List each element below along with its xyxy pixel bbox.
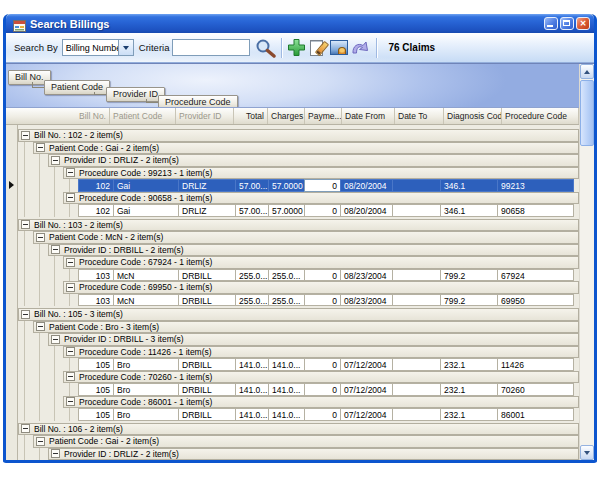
cell-charges[interactable]: 255.0... [268, 294, 305, 307]
cell-date-to[interactable] [392, 179, 441, 192]
group-row[interactable]: Procedure Code : 70260 - 1 item(s) [63, 371, 579, 384]
cell-payme-[interactable]: 0 [304, 179, 341, 192]
cell-date-to[interactable] [392, 408, 441, 421]
collapse-icon[interactable] [21, 424, 30, 433]
cell-charges[interactable]: 141.0... [268, 383, 305, 396]
cell-date-from[interactable]: 07/12/2004 [340, 408, 393, 421]
cell-date-to[interactable] [392, 294, 441, 307]
cell-charges[interactable]: 141.0... [268, 358, 305, 371]
cell-provider-id[interactable]: DRBILL [178, 269, 236, 282]
cell-patient-code[interactable]: Bro [113, 358, 179, 371]
column-header-bill-no-[interactable]: Bill No. [6, 108, 110, 124]
cell-procedure-code[interactable]: 69950 [497, 294, 574, 307]
group-row[interactable]: Bill No. : 106 - 2 item(s) [18, 423, 579, 436]
cell-provider-id[interactable]: DRBILL [178, 358, 236, 371]
table-row[interactable]: 105BroDRBILL141.0...141.0...007/12/20042… [78, 408, 579, 421]
collapse-icon[interactable] [66, 168, 75, 177]
cell-bill-no-[interactable]: 105 [78, 358, 114, 371]
cell-payme-[interactable]: 0 [304, 358, 341, 371]
cell-patient-code[interactable]: Gai [113, 179, 179, 192]
cell-date-from[interactable]: 08/23/2004 [340, 294, 393, 307]
cell-payme-[interactable]: 0 [304, 294, 341, 307]
cell-charges[interactable]: 141.0... [268, 408, 305, 421]
cell-procedure-code[interactable]: 11426 [497, 358, 574, 371]
edit-icon[interactable] [309, 39, 327, 57]
collapse-icon[interactable] [21, 310, 30, 319]
cell-bill-no-[interactable]: 105 [78, 383, 114, 396]
cell-procedure-code[interactable]: 90658 [497, 204, 574, 217]
group-row[interactable]: Patient Code : McN - 2 item(s) [33, 231, 579, 244]
cell-date-from[interactable]: 08/20/2004 [340, 204, 393, 217]
cell-diagnosis-code[interactable]: 232.1 [440, 408, 498, 421]
collapse-icon[interactable] [21, 220, 30, 229]
cell-date-from[interactable]: 08/20/2004 [340, 179, 393, 192]
cell-total[interactable]: 141.0... [235, 408, 269, 421]
cell-total[interactable]: 57.00... [235, 179, 269, 192]
cell-date-to[interactable] [392, 358, 441, 371]
table-row[interactable]: 103McNDRBILL255.0...255.0...008/23/20047… [78, 269, 579, 282]
cell-payme-[interactable]: 0 [304, 383, 341, 396]
cell-charges[interactable]: 255.0... [268, 269, 305, 282]
minimize-button[interactable] [544, 17, 558, 30]
table-row-selected[interactable]: 102GaiDRLIZ57.00...57.0000008/20/2004346… [78, 179, 579, 192]
cell-provider-id[interactable]: DRLIZ [178, 179, 236, 192]
group-row[interactable]: Provider ID : DRLIZ - 2 item(s) [48, 448, 579, 461]
group-row[interactable]: Provider ID : DRBILL - 2 item(s) [48, 244, 579, 257]
table-row[interactable]: 103McNDRBILL255.0...255.0...008/23/20047… [78, 294, 579, 307]
cell-total[interactable]: 255.0... [235, 269, 269, 282]
cell-patient-code[interactable]: McN [113, 269, 179, 282]
collapse-icon[interactable] [36, 233, 45, 242]
cell-patient-code[interactable]: Bro [113, 383, 179, 396]
table-row[interactable]: 105BroDRBILL141.0...141.0...007/12/20042… [78, 383, 579, 396]
add-icon[interactable] [287, 38, 306, 57]
cell-total[interactable]: 57.00... [235, 204, 269, 217]
close-button[interactable] [576, 17, 590, 30]
cell-date-from[interactable]: 08/23/2004 [340, 269, 393, 282]
cell-procedure-code[interactable]: 70260 [497, 383, 574, 396]
cell-bill-no-[interactable]: 102 [78, 179, 114, 192]
title-bar[interactable]: Search Billings [6, 14, 594, 33]
column-header-diagnosis-code[interactable]: Diagnosis Code [444, 108, 502, 124]
cell-procedure-code[interactable]: 67924 [497, 269, 574, 282]
group-row[interactable]: Procedure Code : 90658 - 1 item(s) [63, 192, 579, 205]
criteria-input[interactable] [172, 39, 250, 56]
column-header-date-to[interactable]: Date To [395, 108, 444, 124]
cell-bill-no-[interactable]: 103 [78, 269, 114, 282]
group-row[interactable]: Patient Code : Gai - 2 item(s) [33, 435, 579, 448]
cell-procedure-code[interactable]: 86001 [497, 408, 574, 421]
group-row[interactable]: Procedure Code : 86001 - 1 item(s) [63, 396, 579, 409]
group-row[interactable]: Bill No. : 102 - 2 item(s) [18, 129, 579, 142]
collapse-icon[interactable] [21, 131, 30, 140]
column-header-date-from[interactable]: Date From [342, 108, 395, 124]
cell-provider-id[interactable]: DRBILL [178, 294, 236, 307]
cell-total[interactable]: 255.0... [235, 294, 269, 307]
group-row[interactable]: Provider ID : DRLIZ - 2 item(s) [48, 154, 579, 167]
collapse-icon[interactable] [51, 335, 60, 344]
group-row[interactable]: Procedure Code : 99213 - 1 item(s) [63, 167, 579, 180]
column-header-total[interactable]: Total [234, 108, 268, 124]
group-by-field-procedure-code[interactable]: Procedure Code [158, 95, 238, 108]
cell-provider-id[interactable]: DRBILL [178, 383, 236, 396]
cell-diagnosis-code[interactable]: 799.2 [440, 269, 498, 282]
collapse-icon[interactable] [66, 372, 75, 381]
cell-diagnosis-code[interactable]: 346.1 [440, 204, 498, 217]
collapse-icon[interactable] [51, 449, 60, 458]
cell-bill-no-[interactable]: 103 [78, 294, 114, 307]
column-header-payme-[interactable]: Payme... [305, 108, 342, 124]
cell-total[interactable]: 141.0... [235, 383, 269, 396]
collapse-icon[interactable] [36, 143, 45, 152]
collapse-icon[interactable] [36, 437, 45, 446]
collapse-icon[interactable] [66, 193, 75, 202]
cell-payme-[interactable]: 0 [304, 269, 341, 282]
cell-diagnosis-code[interactable]: 232.1 [440, 358, 498, 371]
chevron-down-icon[interactable] [118, 40, 133, 55]
cell-patient-code[interactable]: Bro [113, 408, 179, 421]
cell-provider-id[interactable]: DRLIZ [178, 204, 236, 217]
cell-diagnosis-code[interactable]: 799.2 [440, 294, 498, 307]
column-header-procedure-code[interactable]: Procedure Code [502, 108, 579, 124]
scroll-up-button[interactable] [580, 64, 594, 79]
scrollbar-thumb[interactable] [580, 80, 594, 146]
search-icon[interactable] [255, 38, 277, 58]
report-icon[interactable] [330, 40, 348, 55]
group-row[interactable]: Patient Code : Gai - 2 item(s) [33, 142, 579, 155]
